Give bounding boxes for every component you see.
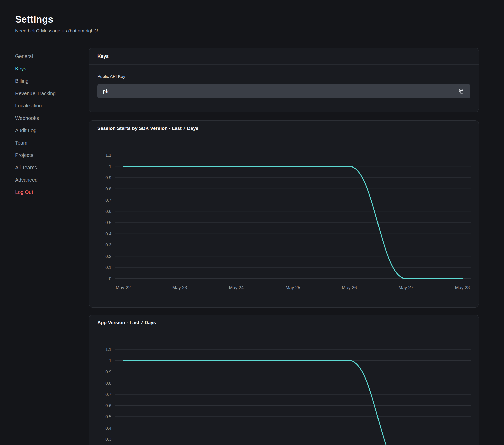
app-version-chart-body: 1.110.90.80.70.60.50.40.30.20.10May 22Ma… — [89, 330, 479, 445]
sidebar-item-log-out[interactable]: Log Out — [15, 186, 89, 199]
sidebar-item-billing[interactable]: Billing — [15, 75, 89, 87]
app-version-chart: 1.110.90.80.70.60.50.40.30.20.10May 22Ma… — [89, 330, 479, 445]
sdk-version-chart-title: Session Starts by SDK Version - Last 7 D… — [89, 121, 479, 136]
x-tick-label: May 25 — [285, 285, 300, 290]
y-tick-label: 0.5 — [105, 414, 111, 419]
y-tick-label: 0.4 — [105, 426, 111, 431]
x-tick-label: May 27 — [398, 285, 413, 290]
public-api-key-field[interactable]: pk_ — [97, 84, 470, 98]
x-tick-label: May 26 — [342, 285, 357, 290]
x-tick-label: May 28 — [455, 285, 470, 290]
public-api-key-label: Public API Key — [97, 74, 470, 79]
y-tick-label: 0.6 — [105, 209, 111, 214]
settings-page: Settings Need help? Message us (bottom r… — [0, 0, 504, 445]
sidebar-item-localization[interactable]: Localization — [15, 100, 89, 112]
y-tick-label: 1.1 — [105, 347, 111, 352]
y-tick-label: 0.7 — [105, 392, 111, 397]
sidebar-item-revenue-tracking[interactable]: Revenue Tracking — [15, 87, 89, 100]
x-tick-label: May 23 — [172, 285, 187, 290]
y-tick-label: 0.6 — [105, 403, 111, 408]
sidebar-item-audit-log[interactable]: Audit Log — [15, 124, 89, 137]
keys-card: Keys Public API Key pk_ — [89, 48, 479, 112]
y-tick-label: 0.3 — [105, 243, 111, 247]
sidebar-item-advanced[interactable]: Advanced — [15, 174, 89, 186]
app-version-line — [123, 361, 462, 445]
sdk-version-chart: 1.110.90.80.70.60.50.40.30.20.10May 22Ma… — [89, 136, 479, 307]
y-tick-labels: 1.110.90.80.70.60.50.40.30.20.10 — [105, 347, 111, 445]
y-tick-label: 1.1 — [105, 153, 111, 158]
x-tick-label: May 22 — [116, 285, 131, 290]
sidebar-item-team[interactable]: Team — [15, 137, 89, 149]
y-tick-label: 0.8 — [105, 381, 111, 386]
keys-card-body: Public API Key pk_ — [89, 65, 479, 112]
y-tick-label: 0.4 — [105, 232, 111, 236]
y-tick-label: 0.5 — [105, 220, 111, 225]
y-tick-label: 0.9 — [105, 370, 111, 374]
x-tick-label: May 24 — [229, 285, 244, 290]
y-tick-label: 0.7 — [105, 198, 111, 203]
y-tick-label: 0.9 — [105, 175, 111, 180]
sdk-version-chart-body: 1.110.90.80.70.60.50.40.30.20.10May 22Ma… — [89, 136, 479, 307]
sidebar-item-webhooks[interactable]: Webhooks — [15, 112, 89, 124]
sdk-version-chart-card: Session Starts by SDK Version - Last 7 D… — [89, 120, 479, 308]
y-tick-label: 0.1 — [105, 265, 111, 270]
y-tick-labels: 1.110.90.80.70.60.50.40.30.20.10 — [105, 153, 111, 281]
content-column: Keys Public API Key pk_ S — [89, 48, 479, 445]
y-tick-label: 0.2 — [105, 254, 111, 259]
app-version-chart-title: App Version - Last 7 Days — [89, 315, 479, 330]
y-grid — [115, 155, 471, 279]
sidebar-item-keys[interactable]: Keys — [15, 63, 89, 75]
public-api-key-value: pk_ — [103, 89, 111, 94]
sidebar-item-projects[interactable]: Projects — [15, 149, 89, 161]
sidebar: GeneralKeysBillingRevenue TrackingLocali… — [15, 48, 89, 445]
y-tick-label: 0.8 — [105, 187, 111, 191]
app-version-chart-card: App Version - Last 7 Days 1.110.90.80.70… — [89, 315, 479, 445]
sidebar-item-all-teams[interactable]: All Teams — [15, 161, 89, 174]
keys-card-title: Keys — [89, 48, 479, 65]
y-tick-label: 1 — [109, 164, 111, 169]
sidebar-item-general[interactable]: General — [15, 50, 89, 63]
y-tick-label: 0 — [109, 276, 111, 281]
y-grid — [115, 349, 471, 445]
y-tick-label: 1 — [109, 358, 111, 363]
x-tick-labels: May 22May 23May 24May 25May 26May 27May … — [116, 285, 470, 290]
copy-button[interactable] — [456, 87, 465, 96]
page-title: Settings — [15, 14, 479, 25]
page-subtitle: Need help? Message us (bottom right)! — [15, 28, 479, 34]
copy-icon — [457, 88, 464, 95]
main-layout: GeneralKeysBillingRevenue TrackingLocali… — [15, 48, 479, 445]
y-tick-label: 0.3 — [105, 437, 111, 442]
